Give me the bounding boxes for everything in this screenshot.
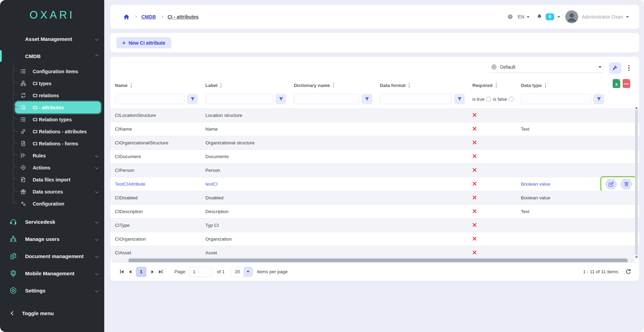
delete-row-button[interactable] <box>620 178 633 190</box>
table-row-cidescription[interactable]: CIDescriptionDescriptionText <box>110 204 639 218</box>
table-row-cilocationstructure[interactable]: CILocationStructureLocation structure <box>110 108 639 122</box>
column-header-required[interactable]: Required <box>472 83 521 88</box>
toggle-menu-button[interactable]: Toggle menu <box>0 306 104 320</box>
funnel-icon <box>457 97 462 101</box>
previous-page-button[interactable] <box>126 267 134 277</box>
column-menu-icon[interactable] <box>545 83 546 88</box>
scroll-up-icon[interactable] <box>635 107 638 109</box>
column-menu-icon[interactable] <box>333 83 334 88</box>
export-pdf-icon[interactable]: PDF <box>623 79 630 88</box>
filter-label-input[interactable] <box>205 94 273 104</box>
document-icon <box>20 141 26 147</box>
bell-icon[interactable] <box>536 14 543 20</box>
required-true-radio[interactable] <box>486 97 491 102</box>
chevron-down-icon <box>95 220 99 223</box>
table-row-ciorganization[interactable]: CIOrganizationOrganization <box>110 232 639 246</box>
cell-label: Typ CI <box>205 223 294 228</box>
sidebar-item-servicedesk[interactable]: Servicedesk <box>0 213 104 230</box>
column-header-dictionary-name[interactable]: Dictionary name <box>294 83 380 88</box>
filter-label-button[interactable] <box>276 94 286 104</box>
edit-row-button[interactable] <box>605 178 618 190</box>
filter-data-type-input[interactable] <box>521 94 591 104</box>
page-number-button[interactable]: 1 <box>136 267 147 277</box>
table-row-ciperson[interactable]: CIPersonPerson <box>110 163 639 177</box>
required-false-icon <box>472 154 477 158</box>
table-row-cidocument[interactable]: CIDocumentDocuments <box>110 150 639 163</box>
avatar[interactable] <box>565 10 578 23</box>
scrollbar-thumb[interactable] <box>635 110 638 255</box>
table-row-ciname[interactable]: CINameNameText <box>110 122 639 136</box>
funnel-icon <box>279 97 283 101</box>
breadcrumb-link-cmdb[interactable]: CMDB <box>141 14 156 20</box>
filter-cell-dictionary-name <box>294 94 380 104</box>
last-page-button[interactable] <box>157 267 165 277</box>
grid-menu-icon[interactable] <box>627 64 631 73</box>
language-selector[interactable]: EN <box>518 14 524 20</box>
tree-elbow-line <box>13 171 18 179</box>
sidebar-item-mobile-management[interactable]: Mobile Management <box>0 265 104 282</box>
filter-dictionary-name-input[interactable] <box>294 94 359 104</box>
cell-required <box>472 168 521 173</box>
filter-data-format-button[interactable] <box>454 94 465 104</box>
table-row-cidisabled[interactable]: CIDisabledDisabledBoolean value <box>110 191 639 204</box>
filter-name-input[interactable] <box>115 94 185 104</box>
table-row-testciattribute[interactable]: TestCIAttributetestCIBoolean value <box>110 177 639 191</box>
page-size-select[interactable]: 20 <box>231 267 253 277</box>
sidebar-item-settings[interactable]: Settings <box>0 282 104 299</box>
sidebar-item-cmdb[interactable]: CMDB <box>0 47 104 65</box>
sidebar-item-asset-management[interactable]: Asset Management <box>0 30 104 47</box>
chevron-down-icon[interactable] <box>557 16 560 18</box>
column-header-label[interactable]: Label <box>205 83 294 88</box>
cell-required <box>472 209 521 214</box>
grid-toolbar: Default <box>110 57 639 75</box>
filter-data-format-input[interactable] <box>380 94 452 104</box>
table-row-ciasset[interactable]: CIAssetAsset <box>110 246 639 259</box>
first-page-button[interactable] <box>118 267 126 277</box>
page-input[interactable] <box>189 267 213 277</box>
vertical-scrollbar[interactable] <box>635 107 638 258</box>
column-header-data-format[interactable]: Data format <box>380 83 472 88</box>
export-excel-icon[interactable]: X <box>613 79 620 88</box>
home-icon[interactable] <box>123 14 130 20</box>
column-menu-icon[interactable] <box>409 83 410 88</box>
tree-elbow-line <box>13 99 18 107</box>
filter-cell-data-format <box>380 94 472 104</box>
table-row-citype[interactable]: CITypeTyp CI <box>110 218 639 232</box>
grid-settings-button[interactable] <box>609 62 621 74</box>
cell-required <box>472 195 521 201</box>
actions-icon <box>20 165 26 171</box>
view-select[interactable]: Default <box>490 63 604 73</box>
sidebar-item-configuration[interactable]: Configuration <box>0 198 104 210</box>
users-icon <box>9 235 17 243</box>
required-false-radio[interactable] <box>509 97 514 102</box>
column-menu-icon[interactable] <box>496 83 497 88</box>
new-ci-attribute-button[interactable]: + New Ci attribute <box>116 37 171 48</box>
user-name[interactable]: Administrator Oxari <box>582 14 623 20</box>
filter-dictionary-name-button[interactable] <box>362 94 372 104</box>
filter-name-button[interactable] <box>187 94 198 104</box>
pagination-bar: 1 Page of 1 20 items per page 1 - 11 of … <box>110 262 639 281</box>
required-false-icon <box>472 140 477 145</box>
grid-filter-row: is true is false <box>110 93 639 105</box>
tree-elbow-line <box>13 183 18 191</box>
chevron-down-icon[interactable] <box>527 16 529 18</box>
table-row-ciorganizationalstructure[interactable]: CIOrganizationalStructureOrganizational … <box>110 136 639 150</box>
column-header-name[interactable]: Name <box>115 83 205 88</box>
filter-data-type-button[interactable] <box>593 94 604 104</box>
sidebar-item-document-management[interactable]: Document management <box>0 247 104 265</box>
gears-icon <box>20 201 26 207</box>
column-menu-icon[interactable] <box>131 83 132 88</box>
cell-required <box>472 181 521 187</box>
column-menu-icon[interactable] <box>221 83 222 88</box>
sidebar-item-manage-users[interactable]: Manage users <box>0 230 104 247</box>
refresh-button[interactable] <box>625 268 632 275</box>
types-icon <box>20 80 26 87</box>
chevron-down-icon[interactable] <box>626 16 629 18</box>
chevron-down-icon <box>599 66 601 68</box>
next-page-button[interactable] <box>148 267 157 277</box>
scroll-down-icon[interactable] <box>635 256 638 258</box>
gear-icon[interactable] <box>507 14 513 20</box>
top-header: CMDB CI - attributes EN 0 Administrator … <box>110 5 639 29</box>
cell-label: testCI <box>205 181 294 187</box>
wrench-icon <box>612 65 618 71</box>
